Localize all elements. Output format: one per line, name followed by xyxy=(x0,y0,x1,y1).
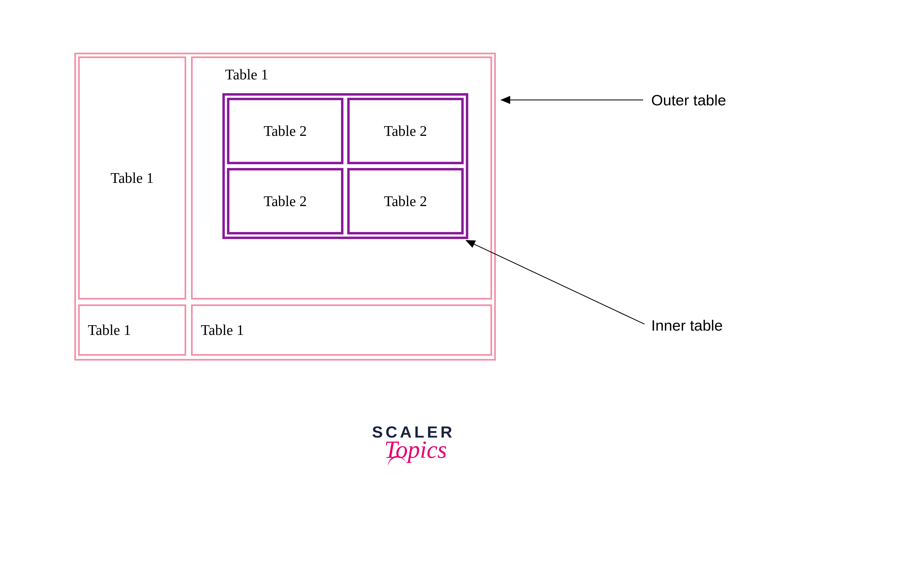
outer-cell-label: Table 1 xyxy=(110,170,154,186)
inner-cell: Table 2 xyxy=(347,168,464,234)
inner-cell-label: Table 2 xyxy=(384,123,427,139)
outer-cell-top-left: Table 1 xyxy=(78,57,186,300)
outer-cell-bottom-right: Table 1 xyxy=(191,304,492,356)
inner-cell: Table 2 xyxy=(227,168,343,234)
outer-table-row-1: Table 1 Table 1 Table 2 Table 2 Table 2 xyxy=(78,57,492,300)
annotation-outer-label: Outer table xyxy=(651,91,726,109)
outer-table: Table 1 Table 1 Table 2 Table 2 Table 2 xyxy=(74,53,496,360)
inner-cell: Table 2 xyxy=(227,98,343,164)
logo-line-2: Topics xyxy=(384,439,447,460)
outer-cell-heading: Table 1 xyxy=(225,66,268,83)
inner-cell-label: Table 2 xyxy=(264,123,307,139)
outer-cell-label: Table 1 xyxy=(88,322,131,338)
outer-table-row-2: Table 1 Table 1 xyxy=(78,304,492,356)
annotation-inner-label: Inner table xyxy=(651,317,723,334)
outer-cell-label: Table 1 xyxy=(201,322,244,338)
scaler-topics-logo: SCALER Topics xyxy=(359,424,468,460)
outer-cell-bottom-left: Table 1 xyxy=(78,304,186,356)
inner-table: Table 2 Table 2 Table 2 Table 2 xyxy=(222,93,468,239)
inner-cell-label: Table 2 xyxy=(264,193,307,210)
outer-cell-top-right: Table 1 Table 2 Table 2 Table 2 Table 2 xyxy=(191,57,492,300)
inner-cell-label: Table 2 xyxy=(384,193,427,210)
inner-cell: Table 2 xyxy=(347,98,464,164)
